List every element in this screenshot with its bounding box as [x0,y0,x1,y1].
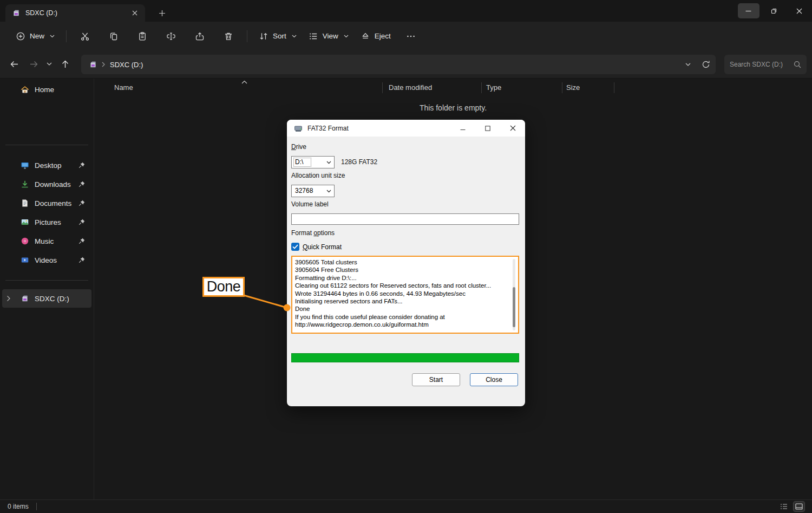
sort-icon [259,31,269,41]
share-icon [195,31,205,41]
eject-icon [361,31,370,41]
address-dropdown-icon[interactable] [685,63,691,67]
format-log-line: Initialising reserved sectors and FATs..… [295,297,515,305]
eject-button[interactable]: Eject [355,27,397,46]
new-button[interactable]: New [10,27,61,46]
sidebar-item-documents[interactable]: Documents [2,194,91,212]
close-button[interactable]: Close [470,373,518,386]
drive-select[interactable]: D:\ [291,156,335,168]
arrow-left-icon [10,60,19,69]
large-icons-view-icon [795,503,803,510]
search-input[interactable] [730,61,794,68]
sidebar-divider [5,145,88,145]
sd-card-icon [21,294,29,303]
column-name[interactable]: Name [114,83,133,92]
column-date-modified[interactable]: Date modified [389,83,432,92]
column-size[interactable]: Size [566,83,580,92]
annotation-done-callout: Done [202,277,245,297]
window-close-button[interactable] [787,0,812,22]
format-log[interactable]: 3905605 Total clusters 3905604 Free Clus… [291,256,519,334]
format-log-line: 3905604 Free Clusters [295,266,515,274]
dialog-title-bar[interactable]: FAT32 Format [287,120,525,137]
sidebar-item-sdxc-drive[interactable]: SDXC (D:) [2,289,91,308]
dialog-title: FAT32 Format [307,125,349,132]
paste-icon [137,31,147,41]
dialog-maximize-button[interactable] [475,120,500,137]
breadcrumb[interactable]: SDXC (D:) [81,55,716,74]
view-icon [309,31,318,41]
breadcrumb-drive[interactable]: SDXC (D:) [110,61,143,69]
sidebar-item-home[interactable]: Home [2,80,91,99]
volume-label-label: Volume label [291,200,329,208]
plus-circle-icon [16,31,25,41]
scrollbar-thumb[interactable] [513,287,515,327]
annotation-connector [241,291,295,314]
minimize-icon [745,8,751,14]
dialog-minimize-button[interactable] [450,120,475,137]
format-progress-bar [291,353,519,362]
up-button[interactable] [55,55,75,74]
allocation-unit-size-select[interactable]: 32768 [291,185,335,197]
search-box[interactable] [724,55,807,74]
allocation-unit-size-label: Allocation unit size [291,172,345,179]
window-restore-button[interactable] [761,0,787,22]
share-button[interactable] [189,27,211,46]
quick-format-label: Quick Format [303,243,342,251]
chevron-down-icon [326,161,334,164]
sidebar-item-music[interactable]: Music [2,232,91,250]
column-type[interactable]: Type [486,83,501,92]
large-icons-view-button[interactable] [794,502,804,511]
sort-button[interactable]: Sort [253,27,303,46]
rename-icon [166,31,176,41]
quick-format-option[interactable]: Quick Format [291,243,342,251]
maximize-icon [485,126,490,131]
sidebar-item-pictures[interactable]: Pictures [2,213,91,231]
volume-label-input[interactable] [291,213,519,225]
copy-button[interactable] [103,27,125,46]
paste-button[interactable] [132,27,153,46]
dialog-close-button[interactable] [500,120,525,137]
arrow-right-icon [29,60,38,69]
ellipsis-icon [406,31,416,41]
recent-locations-button[interactable] [43,55,55,74]
refresh-icon[interactable] [702,60,710,69]
cut-button[interactable] [74,27,96,46]
rename-button[interactable] [160,27,182,46]
tab-close-button[interactable] [129,7,141,19]
status-divider [36,503,37,510]
format-log-line: Clearing out 61122 sectors for Reserved … [295,282,515,289]
chevron-down-icon [292,35,297,38]
format-log-line: Done [295,305,515,313]
home-icon [21,85,29,94]
window-minimize-button[interactable] [736,0,761,22]
format-options-label: Format options [291,229,335,237]
sidebar-item-downloads[interactable]: Downloads [2,175,91,193]
chevron-down-icon [344,35,349,38]
more-options-button[interactable] [400,27,422,46]
back-button[interactable] [4,55,24,74]
items-count: 0 items [8,503,29,510]
drive-select-value: D:\ [294,158,311,166]
tab-sdxc-drive[interactable]: SDXC (D:) [5,4,145,22]
chevron-right-icon[interactable] [6,295,11,302]
format-dialog-icon [294,124,303,133]
details-view-button[interactable] [778,502,789,511]
quick-format-checkbox[interactable] [291,243,299,251]
sd-card-icon [12,9,21,17]
format-log-line: http://www.ridgecrop.demon.co.uk/guiform… [295,321,515,328]
view-button[interactable]: View [303,27,355,46]
desktop-icon [21,161,29,170]
delete-button[interactable] [218,27,239,46]
sidebar-item-desktop[interactable]: Desktop [2,156,91,174]
pin-icon [78,199,86,206]
sidebar-item-videos[interactable]: Videos [2,251,91,269]
start-button[interactable]: Start [412,373,460,386]
downloads-icon [21,180,29,189]
annotation-dot [284,304,291,311]
forward-button[interactable] [24,55,43,74]
pictures-icon [21,218,29,226]
new-tab-button[interactable] [155,6,169,21]
details-view-icon [780,503,788,510]
videos-icon [21,256,29,264]
sidebar-divider [5,280,88,281]
